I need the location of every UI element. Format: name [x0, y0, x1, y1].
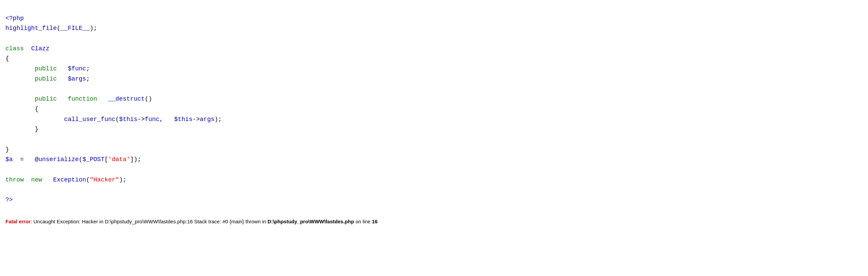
equals: =	[20, 156, 24, 163]
destruct-brace-open: {	[35, 106, 38, 113]
semi1: ;	[93, 25, 97, 32]
public-kw3: public	[35, 96, 57, 102]
bracket1: [	[105, 156, 108, 163]
arrow1: ->	[137, 116, 145, 123]
var-a: $a	[5, 156, 13, 163]
fatal-error-line: Fatal error: Uncaught Exception: Hacker …	[5, 218, 863, 226]
highlight-func: highlight_file	[5, 25, 57, 32]
paren7: )	[134, 156, 137, 163]
semi3: ;	[86, 75, 90, 82]
file-const: __FILE__	[60, 25, 90, 32]
semi4: ;	[218, 116, 222, 123]
call-user-func: call_user_func	[64, 116, 115, 123]
var-func: $func	[68, 65, 86, 72]
function-kw: function	[68, 96, 97, 102]
paren1: (	[57, 25, 60, 32]
func-prop: func	[145, 116, 160, 123]
post-var: $_POST	[82, 156, 105, 163]
class-name: Clazz	[31, 45, 50, 52]
error-bold-path: D:\phpstudy_pro\WWW\fastdes.php	[267, 219, 354, 224]
paren6: (	[79, 156, 82, 163]
public-kw2: public	[35, 75, 57, 82]
at-unserialize: @unserialize	[35, 156, 79, 163]
throw-kw: throw	[5, 176, 24, 183]
code-container: <?php highlight_file(__FILE__); class Cl…	[5, 3, 863, 215]
semi6: ;	[123, 176, 127, 183]
class-keyword: class	[5, 45, 24, 52]
destruct-name: __destruct	[108, 96, 145, 102]
public-kw1: public	[35, 65, 57, 72]
php-open-tag: <?php	[5, 15, 24, 22]
exception-class: Exception	[53, 176, 86, 183]
arrow2: ->	[192, 116, 200, 123]
paren2: )	[90, 25, 93, 32]
var-args: $args	[68, 75, 86, 82]
paren8: (	[86, 176, 90, 183]
paren3: ()	[145, 96, 152, 102]
new-kw: new	[31, 176, 42, 183]
error-line-number: 16	[372, 219, 378, 224]
error-message: : Uncaught Exception: Hacker in D:\phpst…	[31, 219, 267, 224]
semi5: ;	[137, 156, 141, 163]
semi2: ;	[86, 65, 90, 72]
php-code: <?php highlight_file(__FILE__); class Cl…	[5, 3, 863, 215]
php-close-tag: ?>	[5, 196, 13, 203]
paren5: )	[215, 116, 218, 123]
this-func: $this	[119, 116, 137, 123]
data-string: 'data'	[108, 156, 130, 163]
hacker-string: "Hacker"	[90, 176, 119, 183]
comma1: ,	[160, 116, 163, 123]
destruct-brace-close: }	[35, 126, 38, 133]
class-brace-close: }	[5, 146, 9, 153]
class-brace-open: {	[5, 55, 9, 62]
paren4: (	[115, 116, 119, 123]
this-args: $this	[174, 116, 192, 123]
args-prop: args	[200, 116, 215, 123]
error-on-line: on line	[354, 219, 372, 224]
error-label: Fatal error	[5, 219, 31, 224]
paren9: )	[119, 176, 123, 183]
bracket2: ]	[130, 156, 134, 163]
